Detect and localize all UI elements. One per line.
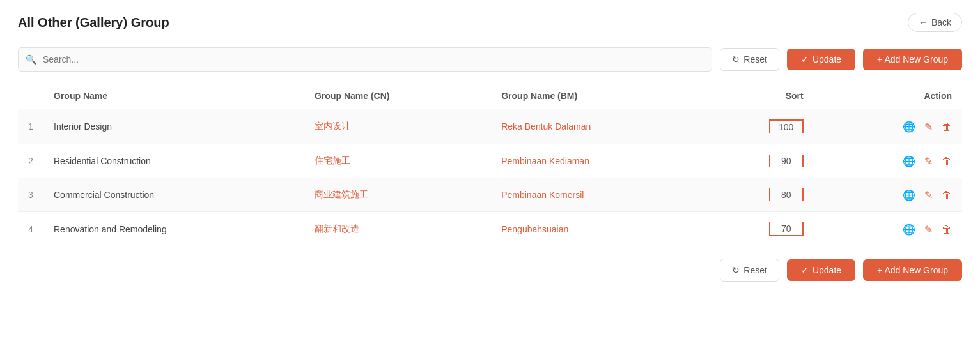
row-group-name-cn: 住宅施工 bbox=[304, 144, 491, 178]
row-group-name: Renovation and Remodeling bbox=[43, 212, 304, 247]
search-input[interactable] bbox=[18, 47, 712, 72]
row-num: 1 bbox=[18, 109, 43, 144]
bottom-reset-icon: ↻ bbox=[732, 265, 740, 275]
row-actions: 🌐 ✎ 🗑 bbox=[814, 144, 962, 178]
edit-icon[interactable]: ✎ bbox=[924, 189, 933, 201]
col-group-name-bm: Group Name (BM) bbox=[491, 83, 706, 109]
row-sort: 70 bbox=[706, 212, 814, 247]
page-header: All Other (Gallery) Group ← Back bbox=[18, 13, 962, 32]
groups-table: Group Name Group Name (CN) Group Name (B… bbox=[18, 83, 962, 247]
update-check-icon: ✓ bbox=[801, 54, 809, 65]
top-reset-button[interactable]: ↻ Reset bbox=[720, 48, 779, 71]
top-update-button[interactable]: ✓ Update bbox=[787, 49, 855, 70]
delete-icon[interactable]: 🗑 bbox=[942, 190, 952, 201]
col-action: Action bbox=[814, 83, 962, 109]
bottom-reset-button[interactable]: ↻ Reset bbox=[720, 259, 779, 282]
edit-icon[interactable]: ✎ bbox=[924, 121, 933, 133]
row-num: 2 bbox=[18, 144, 43, 178]
bottom-add-button[interactable]: + Add New Group bbox=[863, 259, 962, 281]
row-actions: 🌐 ✎ 🗑 bbox=[814, 109, 962, 144]
bottom-add-label: + Add New Group bbox=[877, 265, 948, 275]
table-row: 4 Renovation and Remodeling 翻新和改造 Pengub… bbox=[18, 212, 962, 247]
delete-icon[interactable]: 🗑 bbox=[942, 121, 952, 133]
bottom-update-check-icon: ✓ bbox=[801, 265, 809, 275]
bottom-toolbar: ↻ Reset ✓ Update + Add New Group bbox=[18, 259, 962, 282]
top-update-label: Update bbox=[813, 54, 841, 65]
table-row: 2 Residential Construction 住宅施工 Pembinaa… bbox=[18, 144, 962, 178]
row-num: 3 bbox=[18, 178, 43, 212]
row-group-name-cn: 商业建筑施工 bbox=[304, 178, 491, 212]
back-button[interactable]: ← Back bbox=[908, 13, 962, 32]
delete-icon[interactable]: 🗑 bbox=[942, 224, 952, 236]
back-arrow-icon: ← bbox=[919, 17, 928, 27]
top-reset-label: Reset bbox=[743, 54, 767, 65]
page: All Other (Gallery) Group ← Back 🔍 ↻ Res… bbox=[0, 0, 980, 343]
globe-icon[interactable]: 🌐 bbox=[903, 224, 915, 236]
row-group-name: Interior Design bbox=[43, 109, 304, 144]
row-sort: 90 bbox=[706, 144, 814, 178]
row-group-name-cn: 翻新和改造 bbox=[304, 212, 491, 247]
row-sort: 80 bbox=[706, 178, 814, 212]
col-num bbox=[18, 83, 43, 109]
edit-icon[interactable]: ✎ bbox=[924, 224, 933, 236]
reset-icon: ↻ bbox=[732, 54, 740, 65]
row-actions: 🌐 ✎ 🗑 bbox=[814, 212, 962, 247]
table-header-row: Group Name Group Name (CN) Group Name (B… bbox=[18, 83, 962, 109]
bottom-reset-label: Reset bbox=[743, 265, 767, 275]
bottom-update-label: Update bbox=[813, 265, 841, 275]
col-sort: Sort bbox=[706, 83, 814, 109]
row-actions: 🌐 ✎ 🗑 bbox=[814, 178, 962, 212]
row-sort: 100 bbox=[706, 109, 814, 144]
page-title: All Other (Gallery) Group bbox=[18, 15, 169, 30]
table-row: 3 Commercial Construction 商业建筑施工 Pembina… bbox=[18, 178, 962, 212]
back-label: Back bbox=[931, 17, 951, 27]
table-row: 1 Interior Design 室内设计 Reka Bentuk Dalam… bbox=[18, 109, 962, 144]
col-group-name-cn: Group Name (CN) bbox=[304, 83, 491, 109]
top-add-button[interactable]: + Add New Group bbox=[863, 49, 962, 70]
search-wrap: 🔍 bbox=[18, 47, 712, 72]
globe-icon[interactable]: 🌐 bbox=[903, 155, 915, 167]
row-group-name-cn: 室内设计 bbox=[304, 109, 491, 144]
row-group-name: Residential Construction bbox=[43, 144, 304, 178]
row-group-name-bm: Pembinaan Komersil bbox=[491, 178, 706, 212]
delete-icon[interactable]: 🗑 bbox=[942, 156, 952, 167]
col-group-name: Group Name bbox=[43, 83, 304, 109]
top-toolbar: 🔍 ↻ Reset ✓ Update + Add New Group bbox=[18, 47, 962, 72]
row-num: 4 bbox=[18, 212, 43, 247]
bottom-update-button[interactable]: ✓ Update bbox=[787, 259, 855, 281]
globe-icon[interactable]: 🌐 bbox=[903, 121, 915, 133]
row-group-name-bm: Pembinaan Kediaman bbox=[491, 144, 706, 178]
top-add-label: + Add New Group bbox=[877, 54, 948, 65]
row-group-name: Commercial Construction bbox=[43, 178, 304, 212]
search-icon: 🔍 bbox=[26, 54, 36, 65]
globe-icon[interactable]: 🌐 bbox=[903, 189, 915, 201]
row-group-name-bm: Reka Bentuk Dalaman bbox=[491, 109, 706, 144]
table-body: 1 Interior Design 室内设计 Reka Bentuk Dalam… bbox=[18, 109, 962, 247]
edit-icon[interactable]: ✎ bbox=[924, 155, 933, 167]
row-group-name-bm: Pengubahsuaian bbox=[491, 212, 706, 247]
